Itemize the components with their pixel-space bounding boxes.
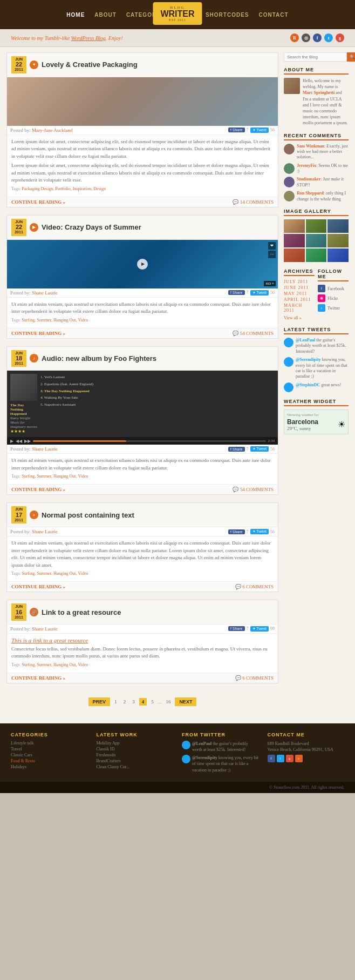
post-title-3[interactable]: Audio: new album by Foo Fighters — [42, 354, 156, 363]
footer-cat-4[interactable]: Food & Resto — [11, 759, 88, 763]
footer-work-3[interactable]: Freshmodo — [97, 753, 174, 757]
archive-jun[interactable]: JUNE 2011 — [284, 285, 315, 290]
play-ctrl[interactable]: ▶ — [10, 439, 13, 444]
page-3[interactable]: 3 — [130, 698, 137, 706]
archive-jul[interactable]: JULY 2011 — [284, 279, 315, 284]
post-title-2[interactable]: Video: Crazy Days of Summer — [42, 223, 141, 231]
footer-cat-5[interactable]: Holidays — [11, 764, 88, 769]
gallery-item-3[interactable] — [327, 219, 349, 233]
link-resource-title[interactable]: This is a link to a great resource — [11, 637, 274, 643]
footer-tweet-handle-1[interactable]: @LenPaul — [192, 741, 211, 746]
tags-link-1[interactable]: Packaging Design, Portfolio, Inspiration… — [22, 186, 106, 191]
page-4-active[interactable]: 4 — [139, 698, 147, 706]
track-2[interactable]: 2. Equations (feat. Aamir England) — [40, 381, 275, 388]
footer-cat-3[interactable]: Classic Cars — [11, 753, 88, 757]
fb-share-5[interactable]: f Share — [228, 626, 245, 631]
nav-shortcodes[interactable]: SHORTCODES — [206, 12, 249, 18]
continue-reading-3[interactable]: CONTINUE READING » — [11, 487, 65, 492]
comments-count-5[interactable]: 6 COMMENTS — [235, 675, 274, 681]
audio-progress-bar[interactable] — [33, 440, 266, 442]
gallery-item-7[interactable] — [284, 249, 305, 262]
continue-reading-5[interactable]: CONTINUE READING » — [11, 675, 65, 681]
footer-gplus-icon[interactable]: g — [286, 755, 293, 762]
footer-work-2[interactable]: Classik ID — [97, 747, 174, 751]
gallery-item-8[interactable] — [306, 249, 327, 262]
fb-share-3[interactable]: f Share — [228, 447, 245, 452]
page-2[interactable]: 2 — [121, 698, 128, 706]
prev-ctrl[interactable]: ◀◀ — [16, 439, 22, 444]
tw-share-5[interactable]: ✦ Tweet — [250, 626, 269, 632]
footer-facebook-icon[interactable]: f — [268, 755, 275, 762]
track-4[interactable]: 4. Walking By Your Side — [40, 394, 275, 401]
twitter-header-icon[interactable]: t — [324, 33, 333, 42]
continue-reading-2[interactable]: CONTINUE READING » — [11, 331, 65, 336]
follow-facebook[interactable]: f Facebook — [318, 285, 349, 292]
continue-reading-1[interactable]: CONTINUE READING » — [11, 199, 65, 205]
tw-share-3[interactable]: ✦ Tweet — [250, 446, 269, 452]
page-5[interactable]: 5 — [149, 698, 156, 706]
post-title-4[interactable]: Normal post containing text — [42, 511, 134, 519]
tags-link-2[interactable]: Surfing, Summer, Hanging Out, Video — [22, 318, 88, 323]
search-input[interactable] — [284, 52, 347, 62]
comments-count-1[interactable]: 14 COMMENTS — [233, 199, 274, 205]
tw-share-1[interactable]: ✦ Tweet — [250, 127, 269, 133]
fb-share-1[interactable]: f Share — [228, 127, 245, 132]
prev-page-button[interactable]: PREV — [88, 697, 111, 706]
footer-cat-2[interactable]: Travel — [11, 747, 88, 751]
page-16[interactable]: 16 — [163, 698, 173, 706]
nav-home[interactable]: HOME — [66, 12, 85, 18]
archive-mar[interactable]: MARCH 2011 — [284, 303, 315, 313]
tw-share-2[interactable]: ✦ Tweet — [250, 290, 269, 296]
post-title-1[interactable]: Lovely & Creative Packaging — [42, 61, 138, 69]
search-button[interactable]: 🔍 — [347, 52, 355, 62]
continue-reading-4[interactable]: CONTINUE READING » — [11, 584, 65, 589]
author-link-5[interactable]: Shane Laurie — [32, 626, 58, 632]
gallery-item-6[interactable] — [327, 234, 349, 247]
gallery-item-9[interactable] — [327, 249, 349, 262]
gplus-header-icon[interactable]: g — [336, 33, 344, 42]
gallery-item-4[interactable] — [284, 234, 305, 247]
social-icon-alt[interactable]: ◎ — [302, 33, 310, 42]
next-page-button[interactable]: NEXT — [175, 697, 196, 706]
tw-share-4[interactable]: ✦ Tweet — [250, 529, 269, 534]
footer-work-5[interactable]: Clean Classy Cor... — [97, 764, 174, 769]
footer-tweet-handle-2[interactable]: @Serendipity — [192, 755, 217, 760]
follow-flickr[interactable]: ◉ Flickr — [318, 294, 349, 302]
tweet-handle-2[interactable]: @Serendipity — [296, 357, 321, 362]
gallery-item-5[interactable] — [306, 234, 327, 247]
comments-count-3[interactable]: 54 COMMENTS — [233, 487, 274, 492]
post-title-5[interactable]: Link to a great resource — [42, 608, 121, 616]
play-button-2[interactable] — [137, 259, 148, 270]
track-5[interactable]: 5. Napoleon's Assistant — [40, 401, 275, 408]
gallery-item-2[interactable] — [306, 219, 327, 233]
tweet-handle-1[interactable]: @LenPaul — [296, 338, 315, 343]
rss-icon[interactable]: R — [290, 33, 299, 42]
nav-about[interactable]: ABOUT — [94, 12, 117, 18]
tags-link-3[interactable]: Surfing, Summer, Hanging Out, Video — [22, 474, 88, 479]
track-1[interactable]: 1. Yeti's Lament — [40, 374, 275, 381]
follow-twitter[interactable]: t Twitter — [318, 304, 349, 312]
archive-may[interactable]: MAY 2011 — [284, 291, 315, 296]
next-ctrl[interactable]: ▶▶ — [24, 439, 31, 444]
facebook-header-icon[interactable]: f — [313, 33, 322, 42]
archive-apr[interactable]: APRIL 2011 — [284, 297, 315, 302]
footer-rss-icon[interactable]: r — [295, 755, 303, 762]
comments-count-4[interactable]: 6 COMMENTS — [235, 584, 274, 589]
footer-cat-1[interactable]: Lifestyle talk — [11, 741, 88, 746]
video-ctrl-2[interactable]: ⋯ — [268, 251, 276, 258]
fb-share-2[interactable]: f Share — [228, 290, 245, 295]
track-3[interactable]: 3. The Day Nothing Happened — [40, 388, 275, 395]
nav-contact[interactable]: CONTACT — [259, 12, 289, 18]
footer-work-4[interactable]: BrandCrafters — [97, 759, 174, 763]
video-ctrl-1[interactable]: ❤ — [268, 242, 276, 250]
welcome-link[interactable]: WordPress Blog — [71, 35, 106, 41]
fb-share-4[interactable]: f Share — [228, 529, 245, 534]
footer-twitter-icon[interactable]: t — [277, 755, 284, 762]
tags-link-4[interactable]: Surfing, Summer, Hanging Out, Video — [22, 571, 88, 576]
footer-work-1[interactable]: Mobility App — [97, 741, 174, 746]
post-video-2[interactable]: HD ≡ ❤ ⋯ — [7, 240, 278, 288]
comments-count-2[interactable]: 54 COMMENTS — [233, 331, 274, 336]
author-link-3[interactable]: Shane Laurie — [32, 446, 58, 452]
archives-view-all[interactable]: View all » — [284, 316, 302, 320]
author-link-1[interactable]: Mary-Jane Auckland — [32, 127, 72, 133]
